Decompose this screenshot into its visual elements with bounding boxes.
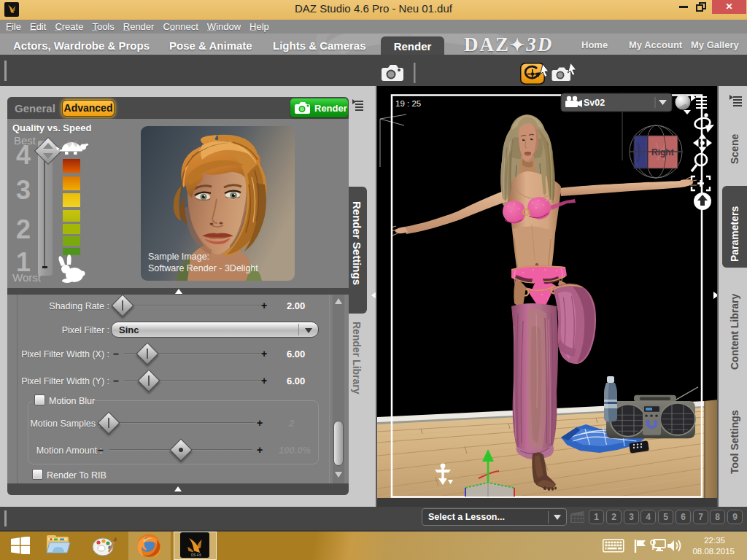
svg-text:19 : 25: 19 : 25	[395, 99, 421, 108]
svg-text:Sv02: Sv02	[584, 98, 605, 108]
svg-text:DS 4.6: DS 4.6	[191, 553, 201, 557]
svg-text:Right: Right	[651, 147, 674, 158]
svg-text:Render: Render	[314, 103, 347, 114]
